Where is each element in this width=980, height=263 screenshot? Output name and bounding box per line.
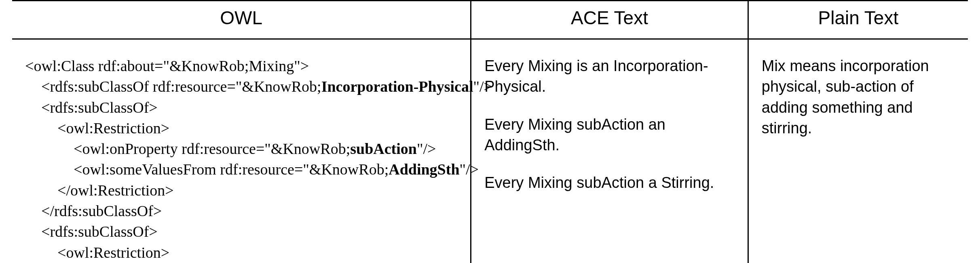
comparison-table: OWL ACE Text Plain Text <owl:Class rdf:a…: [12, 0, 968, 263]
plain-text: Mix means incorporation physical, sub-ac…: [762, 57, 929, 137]
ace-sentence: Every Mixing subAction a Stirring.: [484, 173, 735, 193]
table-row: <owl:Class rdf:about="&KnowRob;Mixing"> …: [12, 39, 968, 263]
ace-sentence: Every Mixing subAction an AddingSth.: [484, 114, 735, 156]
owl-line: <owl:Restriction>: [57, 120, 169, 137]
cell-plain: Mix means incorporation physical, sub-ac…: [748, 39, 968, 263]
owl-line: <owl:onProperty rdf:resource="&KnowRob;: [74, 140, 350, 157]
cell-ace: Every Mixing is an Incorporation-Physica…: [471, 39, 748, 263]
owl-line: "/>: [460, 161, 479, 178]
owl-line: <rdfs:subClassOf rdf:resource="&KnowRob;: [41, 78, 321, 95]
owl-line: <owl:Restriction>: [57, 244, 169, 261]
owl-line: "/>: [417, 140, 436, 157]
col-header-owl: OWL: [12, 1, 471, 39]
owl-line: <rdfs:subClassOf>: [41, 223, 158, 240]
table-header-row: OWL ACE Text Plain Text: [12, 1, 968, 39]
owl-bold: subAction: [350, 140, 417, 157]
cell-owl: <owl:Class rdf:about="&KnowRob;Mixing"> …: [12, 39, 471, 263]
col-header-plain: Plain Text: [748, 1, 968, 39]
page-root: OWL ACE Text Plain Text <owl:Class rdf:a…: [0, 0, 980, 263]
owl-line: <rdfs:subClassOf>: [41, 99, 158, 116]
ace-sentence: Every Mixing is an Incorporation-Physica…: [484, 56, 735, 97]
col-header-ace: ACE Text: [471, 1, 748, 39]
owl-line: </owl:Restriction>: [57, 182, 174, 199]
owl-bold: AddingSth: [389, 161, 459, 178]
owl-line: <owl:someValuesFrom rdf:resource="&KnowR…: [74, 161, 389, 178]
owl-line: </rdfs:subClassOf>: [41, 202, 162, 219]
owl-line: <owl:Class rdf:about="&KnowRob;Mixing">: [25, 57, 309, 74]
owl-bold: Incorporation-Physical: [321, 78, 473, 95]
